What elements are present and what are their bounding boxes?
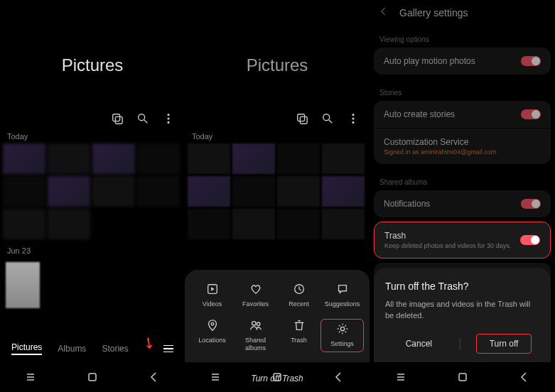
- more-icon[interactable]: [162, 112, 175, 125]
- svg-line-18: [299, 289, 301, 290]
- svg-line-10: [329, 120, 333, 124]
- svg-point-6: [168, 122, 169, 124]
- row-trash[interactable]: TrashKeep deleted photos and videos for …: [374, 222, 551, 258]
- bottom-tabs: Pictures Albums Stories: [0, 335, 185, 362]
- menu-trash[interactable]: Trash: [277, 319, 320, 352]
- gallery-screen-2: Pictures Today Videos Favorites Recent S…: [185, 0, 370, 362]
- turn-off-button[interactable]: Turn off: [476, 334, 532, 354]
- page-title: Pictures: [185, 55, 370, 75]
- photo-thumb[interactable]: [322, 209, 365, 239]
- menu-locations[interactable]: Locations: [190, 319, 234, 352]
- row-notifications[interactable]: Notifications: [374, 190, 551, 217]
- bottom-menu-sheet: Videos Favorites Recent Suggestions Loca…: [185, 270, 370, 362]
- svg-point-24: [340, 327, 344, 331]
- svg-rect-28: [89, 374, 96, 381]
- photo-thumb[interactable]: [48, 176, 90, 207]
- svg-point-12: [352, 118, 354, 119]
- search-icon[interactable]: [321, 112, 334, 125]
- svg-point-5: [168, 118, 169, 119]
- svg-rect-7: [298, 114, 305, 121]
- svg-rect-8: [300, 116, 307, 124]
- svg-rect-1: [115, 116, 122, 124]
- photo-thumb[interactable]: [322, 176, 365, 207]
- photo-thumb[interactable]: [3, 209, 45, 239]
- photo-thumb[interactable]: [232, 209, 275, 239]
- photo-thumb[interactable]: [3, 143, 45, 174]
- section-viewing: Viewing options: [370, 26, 555, 48]
- dialog-body: All the images and videos in the Trash w…: [385, 299, 539, 321]
- photo-thumb[interactable]: [322, 143, 365, 174]
- home-button[interactable]: [85, 370, 99, 384]
- copy-icon[interactable]: [111, 112, 124, 125]
- row-customization[interactable]: Customization ServiceSigned in as aminir…: [374, 129, 551, 164]
- settings-title: Gallery settings: [399, 7, 468, 18]
- recents-button[interactable]: [23, 370, 38, 384]
- location-icon: [206, 319, 219, 332]
- tab-pictures[interactable]: Pictures: [11, 342, 42, 355]
- separator: [460, 338, 460, 349]
- svg-marker-15: [211, 287, 215, 290]
- photo-thumb[interactable]: [6, 262, 40, 308]
- photo-thumb[interactable]: [137, 176, 180, 207]
- back-button[interactable]: [517, 370, 532, 384]
- tab-stories[interactable]: Stories: [102, 344, 128, 354]
- system-navbar: [0, 362, 185, 392]
- menu-settings[interactable]: Settings: [320, 319, 364, 352]
- menu-favorites[interactable]: Favorites: [234, 283, 277, 308]
- photo-thumb[interactable]: [277, 209, 320, 239]
- copy-icon[interactable]: [296, 112, 308, 125]
- toggle-autocreate[interactable]: [521, 109, 541, 119]
- toggle-trash[interactable]: [520, 235, 540, 245]
- photo-thumb[interactable]: [232, 143, 275, 174]
- photo-thumb[interactable]: [188, 176, 230, 207]
- svg-point-13: [352, 122, 354, 124]
- photo-thumb[interactable]: [92, 176, 135, 207]
- svg-line-3: [144, 120, 148, 124]
- clock-icon: [293, 283, 306, 295]
- row-autocreate[interactable]: Auto create stories: [374, 101, 551, 128]
- toolbar: [0, 112, 185, 125]
- search-icon[interactable]: [136, 112, 149, 125]
- photo-thumb[interactable]: [232, 176, 275, 207]
- photo-thumb[interactable]: [92, 143, 135, 174]
- photo-thumb[interactable]: [137, 143, 180, 174]
- photo-thumb[interactable]: [3, 176, 45, 207]
- svg-point-11: [352, 114, 354, 116]
- play-icon: [206, 283, 219, 295]
- photo-thumb[interactable]: [277, 176, 320, 207]
- svg-point-20: [252, 322, 255, 325]
- caption: Turn off Trash: [185, 374, 370, 383]
- toggle-autoplay[interactable]: [521, 56, 541, 66]
- svg-point-9: [323, 114, 330, 121]
- menu-suggestions[interactable]: Suggestions: [320, 283, 364, 308]
- menu-videos[interactable]: Videos: [190, 283, 234, 308]
- recents-button[interactable]: [394, 370, 408, 384]
- settings-header: Gallery settings: [370, 0, 555, 26]
- back-button[interactable]: [147, 370, 161, 384]
- cancel-button[interactable]: Cancel: [393, 334, 445, 353]
- svg-rect-0: [113, 114, 120, 121]
- heart-icon: [249, 283, 262, 295]
- home-button[interactable]: [456, 370, 470, 384]
- tab-albums[interactable]: Albums: [58, 344, 86, 354]
- svg-point-21: [257, 322, 260, 326]
- section-shared: Shared albums: [370, 168, 555, 190]
- photo-thumb[interactable]: [188, 209, 230, 239]
- back-icon[interactable]: [378, 6, 389, 20]
- photo-thumb[interactable]: [48, 209, 90, 239]
- row-autoplay[interactable]: Auto play motion photos: [374, 48, 551, 75]
- more-icon[interactable]: [347, 112, 360, 125]
- date-section-today: Today: [185, 125, 370, 143]
- thumbnail-grid: [0, 143, 185, 239]
- chat-icon: [336, 283, 349, 295]
- toggle-notifications[interactable]: [521, 199, 541, 209]
- photo-thumb[interactable]: [48, 143, 90, 174]
- trash-icon: [293, 319, 306, 332]
- menu-shared-albums[interactable]: Shared albums: [234, 319, 277, 352]
- gear-icon: [336, 322, 349, 335]
- menu-icon[interactable]: [163, 345, 173, 353]
- menu-recent[interactable]: Recent: [277, 283, 320, 308]
- photo-thumb[interactable]: [277, 143, 320, 174]
- photo-thumb[interactable]: [188, 143, 230, 174]
- dialog-title: Turn off the Trash?: [385, 281, 539, 292]
